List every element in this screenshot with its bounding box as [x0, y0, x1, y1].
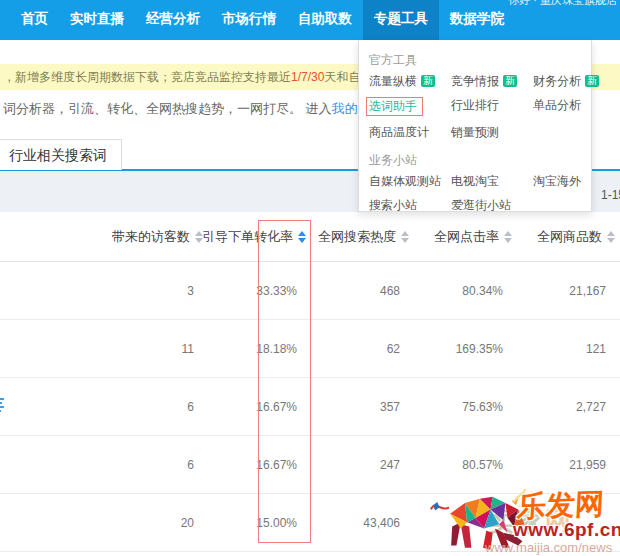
menu-item-taobao-overseas[interactable]: 淘宝海外 — [533, 173, 599, 189]
app-window: 你好 · 重庆珠宝旗舰店 首页 实时直播 经营分析 市场行情 自助取数 专题工具… — [0, 0, 620, 556]
cell-conversion: 15.00% — [208, 516, 311, 530]
new-badge: 新 — [585, 75, 599, 87]
cell-product-count: 2,727 — [517, 400, 620, 414]
keywords-table: 带来的访客数 引导下单转化率 全网搜索热度 全网点击率 全网商品数 3 — [0, 212, 620, 552]
dropdown-section-business: 业务小站 — [369, 152, 591, 169]
cell-search-heat: 468 — [311, 284, 414, 298]
special-tools-dropdown: 官方工具 流量纵横新 竞争情报新 财务分析新 选词助手 行业排行 单品分析 商品… — [358, 40, 592, 212]
menu-item-media-station[interactable]: 自媒体观测站 — [369, 173, 451, 189]
cell-click-rate: 80.34% — [414, 284, 517, 298]
table-row: 11 18.18% 62 169.35% 121 — [0, 320, 620, 378]
table-row: 6 16.67% 357 75.63% 2,727 — [0, 378, 620, 436]
table-header-row: 带来的访客数 引导下单转化率 全网搜索热度 全网点击率 全网商品数 — [0, 212, 620, 262]
menu-item-keyword-assistant[interactable]: 选词助手 — [369, 97, 451, 116]
table-row: 3 33.33% 468 80.34% 21,167 — [0, 262, 620, 320]
header-conversion-rate[interactable]: 引导下单转化率 — [208, 228, 311, 246]
menu-item-industry-ranking[interactable]: 行业排行 — [451, 97, 533, 116]
feature-announcement-text: 词分析器，引流、转化、全网热搜趋势，一网打尽。 进入 — [3, 101, 332, 116]
sort-icon-active[interactable] — [298, 231, 306, 243]
cell-click-rate: 75.63% — [414, 400, 517, 414]
clipped-trend-icon — [0, 398, 5, 412]
table-row: 6 16.67% 247 80.57% 21,959 — [0, 436, 620, 494]
nav-item-home[interactable]: 首页 — [10, 0, 59, 40]
menu-item-traffic-analytics[interactable]: 流量纵横新 — [369, 73, 451, 89]
nav-item-data-fetch[interactable]: 自助取数 — [287, 0, 363, 40]
cell-visitors: 6 — [96, 400, 208, 414]
new-badge: 新 — [421, 75, 435, 87]
nav-item-academy[interactable]: 数据学院 — [439, 0, 515, 40]
sort-icon[interactable] — [504, 231, 512, 243]
menu-item-finance-analysis[interactable]: 财务分析新 — [533, 73, 599, 89]
nav-item-live[interactable]: 实时直播 — [59, 0, 135, 40]
cell-visitors: 20 — [96, 516, 208, 530]
cell-visitors: 11 — [96, 342, 208, 356]
pagination-info: 1-15 — [601, 188, 620, 202]
dropdown-section-official: 官方工具 — [369, 52, 591, 69]
cell-search-heat: 247 — [311, 458, 414, 472]
nav-item-special-tools[interactable]: 专题工具 — [363, 0, 439, 40]
new-badge: 新 — [503, 75, 517, 87]
sort-icon[interactable] — [401, 231, 409, 243]
cell-search-heat: 43,406 — [311, 516, 414, 530]
cell-product-count: 21,167 — [517, 284, 620, 298]
menu-item-single-product[interactable]: 单品分析 — [533, 97, 599, 116]
menu-item-search-station[interactable]: 搜索小站 — [369, 197, 451, 213]
banner-text-highlight: 1/7/30 — [291, 70, 324, 84]
banner-text-pre: ，新增多维度长周期数据下载；竞店竞品监控支持最近 — [3, 70, 291, 84]
cell-click-rate: 169.35% — [414, 342, 517, 356]
cell-product-count: 21,959 — [517, 458, 620, 472]
menu-item-sales-forecast[interactable]: 销量预测 — [451, 124, 533, 140]
nav-item-market[interactable]: 市场行情 — [211, 0, 287, 40]
cell-conversion: 16.67% — [208, 400, 311, 414]
cell-search-heat: 357 — [311, 400, 414, 414]
cell-conversion: 33.33% — [208, 284, 311, 298]
header-visitors[interactable]: 带来的访客数 — [96, 228, 208, 246]
cell-visitors: 6 — [96, 458, 208, 472]
nav-item-analysis[interactable]: 经营分析 — [135, 0, 211, 40]
cell-conversion: 16.67% — [208, 458, 311, 472]
cell-visitors: 3 — [96, 284, 208, 298]
cell-conversion: 18.18% — [208, 342, 311, 356]
header-search-heat[interactable]: 全网搜索热度 — [311, 228, 414, 246]
keyword-assistant-annotation-box: 选词助手 — [366, 97, 423, 116]
top-navbar: 你好 · 重庆珠宝旗舰店 首页 实时直播 经营分析 市场行情 自助取数 专题工具… — [0, 0, 620, 40]
menu-item-tv-taobao[interactable]: 电视淘宝 — [451, 173, 533, 189]
table-row: 20 15.00% 43,406 — [0, 494, 620, 552]
menu-item-competitor-intel[interactable]: 竞争情报新 — [451, 73, 533, 89]
cell-product-count: 121 — [517, 342, 620, 356]
cell-click-rate: 80.57% — [414, 458, 517, 472]
cell-search-heat: 62 — [311, 342, 414, 356]
sort-icon[interactable] — [607, 231, 615, 243]
header-click-rate[interactable]: 全网点击率 — [414, 228, 517, 246]
header-product-count[interactable]: 全网商品数 — [517, 228, 620, 246]
tab-industry-related-keywords[interactable]: 行业相关搜索词 — [0, 139, 122, 170]
menu-item-product-thermometer[interactable]: 商品温度计 — [369, 124, 451, 140]
menu-item-aiguangjie-station[interactable]: 爱逛街小站 — [451, 197, 533, 213]
account-greeting[interactable]: 你好 · 重庆珠宝旗舰店 — [508, 0, 617, 8]
